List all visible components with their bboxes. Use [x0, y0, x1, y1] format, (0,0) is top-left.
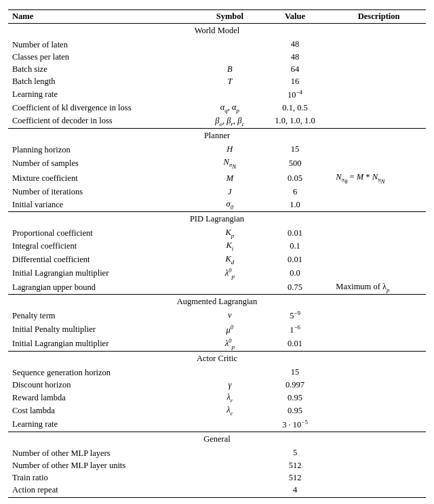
row-symbol: ν: [201, 309, 258, 322]
table-row: Reward lambda λr 0.95: [8, 391, 426, 404]
row-description: [332, 198, 426, 212]
row-value: 48: [258, 51, 332, 64]
row-name: Discount horizon: [8, 379, 201, 391]
table-row: Proportional coefficient Kp 0.01: [8, 226, 426, 240]
table-row: Coefficient of kl divergence in loss αq,…: [8, 102, 426, 115]
row-value: 6: [258, 186, 332, 198]
table-row: Initial Penalty multiplier μ0 1−6: [8, 322, 426, 336]
col-header-symbol: Symbol: [201, 10, 258, 24]
row-value: 5: [258, 446, 332, 460]
row-value: 16: [258, 76, 332, 88]
row-description: [332, 51, 426, 64]
row-name: Action repeat: [8, 484, 201, 497]
row-description: [332, 366, 426, 379]
row-value: 512: [258, 459, 332, 471]
row-name: Initial Penalty multiplier: [8, 322, 201, 336]
table-row: Batch length T 16: [8, 76, 426, 88]
row-description: [332, 102, 426, 115]
row-symbol: βo, βr, βc: [201, 114, 258, 128]
row-description: [332, 88, 426, 102]
row-symbol: [201, 38, 258, 51]
row-value: 0.01: [258, 226, 332, 240]
row-symbol: λc: [201, 404, 258, 418]
row-description: [332, 143, 426, 156]
row-description: [332, 266, 426, 281]
row-description: [332, 404, 426, 418]
row-symbol: [201, 280, 258, 294]
row-symbol: [201, 484, 258, 497]
section-header-2: PID Lagrangian: [8, 212, 426, 227]
row-description: [332, 186, 426, 198]
row-value: 0.75: [258, 280, 332, 294]
row-description: [332, 446, 426, 460]
row-symbol: λ0p: [201, 266, 258, 281]
table-row: Learning rate 3 · 10−5: [8, 417, 426, 432]
row-name: Number of other MLP layers: [8, 446, 201, 460]
row-value: 15: [258, 366, 332, 379]
table-row: Number of other MLP layer units 512: [8, 459, 426, 471]
row-symbol: M: [201, 171, 258, 186]
row-value: 1−6: [258, 322, 332, 336]
row-symbol: [201, 88, 258, 102]
table-row: Classes per laten 48: [8, 51, 426, 64]
section-header-5: General: [8, 432, 426, 446]
table-row: Sequence generation horizon 15: [8, 366, 426, 379]
row-name: Differential coefficient: [8, 253, 201, 266]
row-description: [332, 336, 426, 351]
row-name: Initial Lagrangian multiplier: [8, 266, 201, 281]
table-row: Initial variance σ0 1.0: [8, 198, 426, 212]
row-name: Number of laten: [8, 38, 201, 51]
row-description: [332, 226, 426, 240]
row-symbol: [201, 459, 258, 471]
row-value: 0.95: [258, 404, 332, 418]
hyperparameters-table: Name Symbol Value Description World Mode…: [8, 9, 426, 498]
table-row: Coefficient of decoder in loss βo, βr, β…: [8, 114, 426, 128]
row-name: Batch length: [8, 76, 201, 88]
row-value: 48: [258, 38, 332, 51]
row-value: 500: [258, 156, 332, 171]
row-description: [332, 484, 426, 497]
row-symbol: αq, αp: [201, 102, 258, 115]
row-name: Learning rate: [8, 417, 201, 432]
table-row: Number of samples NπN 500: [8, 156, 426, 171]
row-symbol: H: [201, 143, 258, 156]
row-value: 0.0: [258, 266, 332, 281]
table-row: Learning rate 10−4: [8, 88, 426, 102]
row-name: Mixture coefficient: [8, 171, 201, 186]
row-symbol: γ: [201, 379, 258, 391]
table-row: Train ratio 512: [8, 471, 426, 484]
row-name: Number of samples: [8, 156, 201, 171]
table-row: Initial Lagrangian multiplier λ0p 0.01: [8, 336, 426, 351]
row-value: 5−9: [258, 309, 332, 322]
row-value: 15: [258, 143, 332, 156]
row-name: Number of other MLP layer units: [8, 459, 201, 471]
row-description: Maximum of λp: [332, 280, 426, 294]
row-name: Learning rate: [8, 88, 201, 102]
row-value: 4: [258, 484, 332, 497]
row-value: 10−4: [258, 88, 332, 102]
row-name: Proportional coefficient: [8, 226, 201, 240]
table-row: Initial Lagrangian multiplier λ0p 0.0: [8, 266, 426, 281]
table-row: Mixture coefficient M 0.05 Nπθ = M * NπN: [8, 171, 426, 186]
row-symbol: NπN: [201, 156, 258, 171]
row-name: Lagrangian upper bound: [8, 280, 201, 294]
section-header-1: Planner: [8, 128, 426, 143]
row-description: [332, 76, 426, 88]
row-symbol: [201, 471, 258, 484]
col-header-name: Name: [8, 10, 201, 24]
row-symbol: Kd: [201, 253, 258, 266]
row-name: Sequence generation horizon: [8, 366, 201, 379]
row-value: 0.95: [258, 391, 332, 404]
row-name: Reward lambda: [8, 391, 201, 404]
table-row: Cost lambda λc 0.95: [8, 404, 426, 418]
row-symbol: [201, 446, 258, 460]
row-name: Train ratio: [8, 471, 201, 484]
row-symbol: T: [201, 76, 258, 88]
row-symbol: σ0: [201, 198, 258, 212]
row-description: [332, 471, 426, 484]
row-name: Penalty term: [8, 309, 201, 322]
row-value: 512: [258, 471, 332, 484]
row-description: [332, 391, 426, 404]
row-value: 3 · 10−5: [258, 417, 332, 432]
row-value: 64: [258, 64, 332, 76]
